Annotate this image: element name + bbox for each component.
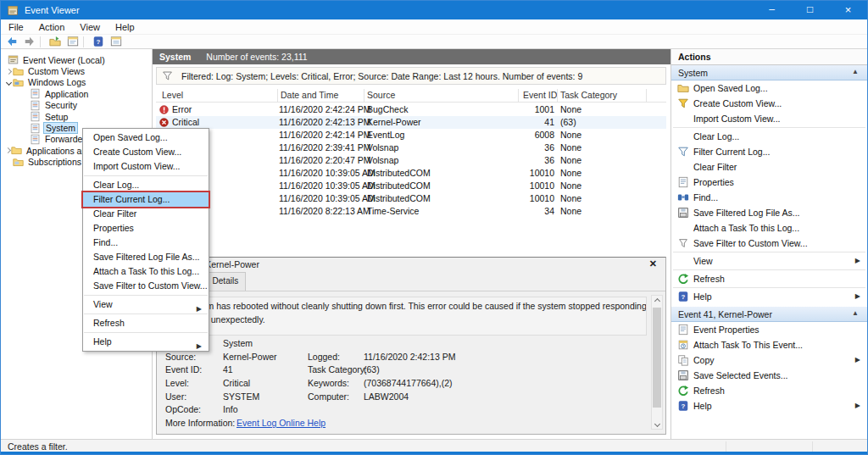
- console-properties-icon[interactable]: [109, 36, 123, 47]
- col-source[interactable]: Source: [367, 90, 395, 100]
- svg-text:?: ?: [97, 38, 101, 46]
- ctx-find[interactable]: Find...: [83, 236, 209, 250]
- actions-title: Actions: [671, 49, 867, 65]
- table-row[interactable]: 11/16/2020 10:39:05 AMDistributedCOM1001…: [156, 167, 666, 180]
- close-button[interactable]: ×: [829, 1, 867, 19]
- event-table: Level Date and Time Source Event ID Task…: [156, 88, 666, 257]
- scroll-thumb[interactable]: [653, 308, 661, 408]
- menu-action[interactable]: Action: [31, 22, 73, 32]
- menu-help[interactable]: Help: [108, 22, 142, 32]
- action-save-selected-events[interactable]: Save Selected Events...: [671, 368, 867, 383]
- submenu-arrow-icon: ▶: [855, 356, 860, 363]
- title-bar: Event Viewer – □ ×: [1, 1, 867, 19]
- tree-item-event-viewer-local[interactable]: Event Viewer (Local): [1, 54, 152, 65]
- tree-label: Security: [43, 100, 79, 110]
- table-row[interactable]: 11/16/2020 2:39:41 PMVolsnap36None: [156, 141, 666, 154]
- ctx-save-filtered-log[interactable]: Save Filtered Log File As...: [83, 250, 209, 264]
- field-value: System: [223, 338, 253, 348]
- submenu-arrow-icon: ▶: [855, 257, 860, 264]
- action-properties[interactable]: Properties: [671, 175, 867, 190]
- menu-file[interactable]: File: [1, 22, 31, 32]
- action-view[interactable]: View▶: [671, 253, 867, 269]
- col-taskcategory[interactable]: Task Category: [560, 90, 617, 100]
- ctx-attach-task[interactable]: Attach a Task To this Log...: [83, 264, 209, 279]
- action-refresh-event[interactable]: Refresh: [671, 383, 867, 398]
- field-label: Keywords:: [308, 378, 349, 388]
- scroll-up-icon[interactable]: [652, 296, 662, 306]
- tree-item-setup[interactable]: Setup: [1, 111, 152, 122]
- table-row[interactable]: 11/16/2020 8:22:13 AMTime-Service34None: [156, 205, 666, 218]
- preview-scrollbar[interactable]: [651, 295, 663, 430]
- action-attach-task-event[interactable]: Attach Task To This Event...: [671, 337, 867, 352]
- chevron-right-icon[interactable]: [4, 67, 13, 75]
- action-filter-current-log[interactable]: Filter Current Log...: [671, 144, 867, 159]
- field-value: Critical: [223, 378, 250, 388]
- tree-item-security[interactable]: Security: [1, 100, 152, 111]
- table-row[interactable]: 11/16/2020 10:39:05 AMDistributedCOM1001…: [156, 180, 666, 192]
- action-find[interactable]: Find...: [671, 190, 867, 205]
- action-save-filter-custom-view[interactable]: Save Filter to Custom View...: [671, 236, 867, 251]
- col-datetime[interactable]: Date and Time: [281, 90, 338, 100]
- ctx-open-saved-log[interactable]: Open Saved Log...: [83, 130, 209, 145]
- action-save-filtered-log[interactable]: Save Filtered Log File As...: [671, 205, 867, 220]
- filter-notice-bar[interactable]: Filtered: Log: System; Levels: Critical,…: [156, 67, 666, 85]
- ctx-filter-current-log[interactable]: Filter Current Log...: [83, 192, 209, 207]
- table-row[interactable]: 11/16/2020 2:42:14 PMEventLog6008None: [156, 129, 666, 141]
- action-open-saved-log[interactable]: Open Saved Log...: [671, 80, 867, 96]
- help-icon[interactable]: ?: [92, 36, 105, 47]
- collapse-icon[interactable]: ▲: [852, 68, 859, 75]
- tree-item-windows-logs[interactable]: Windows Logs: [1, 77, 152, 88]
- tab-details[interactable]: Details: [205, 272, 247, 291]
- forward-icon[interactable]: [23, 36, 36, 47]
- action-import-custom-view[interactable]: Import Custom View...: [671, 111, 867, 126]
- actions-section-system[interactable]: System ▲: [671, 65, 867, 80]
- col-level[interactable]: Level: [162, 90, 183, 100]
- table-row[interactable]: 11/16/2020 10:39:05 AMDistributedCOM1001…: [156, 192, 666, 205]
- tree-item-application[interactable]: Application: [1, 88, 152, 99]
- ctx-refresh[interactable]: Refresh: [83, 316, 209, 330]
- action-clear-filter[interactable]: Clear Filter: [671, 159, 867, 175]
- menu-view[interactable]: View: [72, 22, 108, 32]
- action-attach-task-log[interactable]: Attach a Task To this Log...: [671, 220, 867, 236]
- col-eventid[interactable]: Event ID: [523, 90, 557, 100]
- action-refresh[interactable]: Refresh: [671, 271, 867, 286]
- menu-separator: [84, 332, 208, 333]
- back-icon[interactable]: [5, 36, 19, 47]
- table-row-selected[interactable]: Critical11/16/2020 2:42:13 PMKernel-Powe…: [156, 116, 666, 129]
- table-row[interactable]: Error11/16/2020 2:42:24 PMBugCheck1001No…: [156, 103, 666, 116]
- ctx-properties[interactable]: Properties: [83, 221, 209, 236]
- chevron-down-icon[interactable]: [4, 78, 13, 86]
- field-label: Task Category:: [308, 364, 367, 375]
- field-value: Info: [223, 404, 238, 414]
- help-icon: ?: [677, 400, 689, 412]
- ctx-import-custom-view[interactable]: Import Custom View...: [83, 159, 209, 174]
- ctx-create-custom-view[interactable]: Create Custom View...: [83, 145, 209, 159]
- export-log-icon[interactable]: [48, 36, 62, 47]
- action-help-event[interactable]: ? Help▶: [671, 398, 867, 413]
- ctx-help[interactable]: Help▶: [83, 335, 209, 349]
- action-clear-log[interactable]: Clear Log...: [671, 129, 867, 144]
- ctx-save-filter-custom-view[interactable]: Save Filter to Custom View...: [83, 279, 209, 293]
- action-copy[interactable]: Copy▶: [671, 352, 867, 368]
- error-icon: [159, 105, 169, 114]
- actions-section-event41[interactable]: Event 41, Kernel-Power ▲: [671, 307, 867, 322]
- properties-icon: [677, 176, 689, 188]
- ctx-clear-log[interactable]: Clear Log...: [83, 178, 209, 192]
- action-help[interactable]: ? Help▶: [671, 289, 867, 304]
- scroll-down-icon[interactable]: [652, 419, 662, 429]
- tree-label: Subscriptions: [26, 157, 83, 167]
- ctx-clear-filter[interactable]: Clear Filter: [83, 207, 209, 221]
- console-window-icon[interactable]: [66, 36, 80, 47]
- action-event-properties[interactable]: Event Properties: [671, 322, 867, 337]
- maximize-button[interactable]: □: [791, 1, 829, 19]
- table-row[interactable]: 11/16/2020 2:20:47 PMVolsnap36None: [156, 154, 666, 167]
- ctx-view[interactable]: View▶: [83, 297, 209, 312]
- chevron-right-icon[interactable]: [4, 147, 11, 155]
- action-create-custom-view[interactable]: Create Custom View...: [671, 96, 867, 111]
- preview-close-icon[interactable]: ✕: [649, 258, 657, 269]
- tree-item-custom-views[interactable]: Custom Views: [1, 65, 152, 76]
- collapse-icon[interactable]: ▲: [852, 309, 859, 317]
- event-log-online-help-link[interactable]: Event Log Online Help: [236, 418, 326, 428]
- toolbar-separator: [40, 36, 41, 47]
- minimize-button[interactable]: –: [753, 1, 791, 19]
